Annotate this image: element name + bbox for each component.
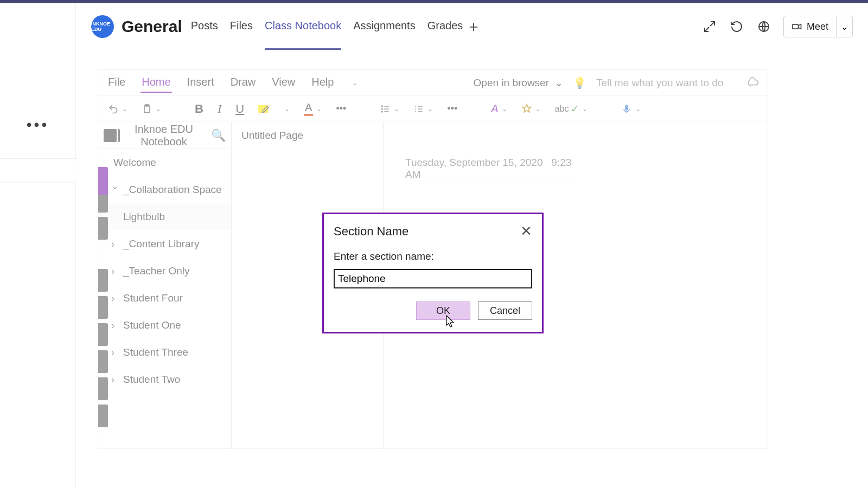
onenote-menubar: FileHomeInsertDrawViewHelp ⌄ Open in bro… [98,70,768,96]
section-item[interactable]: ›_Content Library [98,230,231,258]
section-item[interactable]: ›Student Four [98,285,231,312]
add-tab-button[interactable]: ＋ [466,19,481,34]
section-tab[interactable] [98,296,108,319]
notebook-icon[interactable] [104,129,117,142]
styles-button[interactable]: A⌄ [489,100,509,118]
bold-button[interactable]: B [193,100,206,118]
section-item[interactable]: Welcome [98,149,231,176]
section-tab[interactable] [98,217,108,240]
expand-icon [703,20,716,33]
chevron-down-icon: ⌄ [582,105,588,113]
section-tab[interactable] [98,350,108,373]
dictate-button[interactable]: ⌄ [619,100,643,118]
chevron-down-icon: ⌄ [554,76,563,89]
section-color-tabs [98,208,109,432]
section-label: Welcome [113,157,156,169]
tab-files[interactable]: Files [230,3,253,50]
close-icon: ✕ [520,223,532,239]
more-apps-button[interactable]: ••• [0,116,75,133]
font-color-glyph: A [304,101,313,116]
section-item[interactable]: ›Student One [98,312,231,339]
styles-glyph: A [491,102,498,115]
section-panel: Inknoe EDU Notebook 🔍 Welcome›_Collabora… [98,122,232,448]
paragraph-more-button[interactable]: ••• [445,100,459,118]
chevron-down-icon: ⌄ [122,105,127,113]
section-name-input[interactable] [334,269,532,288]
highlight-button[interactable]: ⌄ [256,100,292,118]
more-menu-button[interactable]: ⌄ [349,74,360,92]
dialog-title: Section Name [334,224,409,239]
onenote-menu-insert[interactable]: Insert [186,73,215,93]
bulleted-list-button[interactable]: ⌄ [378,100,401,118]
paste-button[interactable]: ⌄ [139,100,163,118]
channel-tabs: PostsFilesClass NotebookAssignmentsGrade… [191,3,463,50]
numbered-list-button[interactable]: ⌄ [411,100,435,118]
dialog-prompt: Enter a section name: [334,251,532,262]
section-tab[interactable] [98,323,108,346]
section-item[interactable]: ›Student Three [98,339,231,366]
tab-posts[interactable]: Posts [191,3,218,50]
section-tab[interactable] [98,269,108,292]
chevron-down-icon: ⌄ [284,105,290,113]
tell-me-search[interactable]: Tell me what you want to do [596,77,737,89]
chevron-down-icon: ⌄ [156,105,161,113]
onenote-menu-draw[interactable]: Draw [229,73,257,93]
dialog-close-button[interactable]: ✕ [520,223,532,240]
section-item[interactable]: ›Student Two [98,366,231,393]
refresh-icon [730,20,743,33]
onenote-menu-home[interactable]: Home [141,73,171,93]
search-button[interactable]: 🔍 [211,129,226,143]
italic-button[interactable]: I [215,100,224,118]
underline-button[interactable]: U [233,100,246,118]
section-tab[interactable] [98,404,108,427]
onenote-menu-help[interactable]: Help [310,73,335,93]
section-item[interactable]: ›_Collaboration Space [98,176,231,203]
globe-icon [757,20,770,33]
chevron-down-icon: ⌄ [841,22,848,32]
ok-button[interactable]: OK [416,301,470,320]
website-button[interactable] [756,19,771,34]
chevron-down-icon: ⌄ [502,105,507,113]
selected-team-indicator[interactable] [0,158,76,182]
font-more-button[interactable]: ••• [334,100,348,118]
expand-button[interactable] [702,19,717,34]
page-timestamp: Tuesday, September 15, 2020 9:23 AM [405,155,579,183]
spellcheck-glyph: abc [555,104,569,114]
chevron-down-icon: ⌄ [394,105,399,113]
chevron-down-icon: ⌄ [427,105,433,113]
sync-status-icon[interactable] [747,77,759,89]
section-item[interactable]: ›_Teacher Only [98,258,231,285]
chevron-icon: › [111,239,119,250]
svg-rect-1 [793,24,799,29]
undo-button[interactable]: ⌄ [106,100,130,118]
open-in-browser-button[interactable]: Open in browser ⌄ [474,76,563,89]
onenote-menu-file[interactable]: File [107,73,126,93]
chevron-icon: › [111,266,119,277]
tags-button[interactable]: ⌄ [519,100,543,118]
section-label: Lightbulb [123,211,165,223]
cancel-button[interactable]: Cancel [478,301,532,320]
team-avatar[interactable]: INKNOE EDU [91,15,114,38]
chevron-icon: › [110,186,121,194]
ellipsis-icon: ••• [27,116,49,133]
tab-assignments[interactable]: Assignments [353,3,416,50]
refresh-button[interactable] [729,19,744,34]
tab-class notebook[interactable]: Class Notebook [265,3,341,50]
video-icon [792,21,802,32]
tab-grades[interactable]: Grades [427,3,463,50]
notebook-title[interactable]: Inknoe EDU Notebook [122,123,206,148]
section-tab-active[interactable] [98,167,108,195]
section-tab[interactable] [98,377,108,400]
section-label: Student Two [123,374,180,386]
meet-dropdown-button[interactable]: ⌄ [836,16,852,37]
meet-label: Meet [807,21,828,33]
spellcheck-button[interactable]: abc✓⌄ [553,100,590,118]
section-item[interactable]: Lightbulb [98,203,231,230]
page-item[interactable]: Untitled Page [232,122,383,149]
onenote-menu-view[interactable]: View [271,73,296,93]
section-label: _Teacher Only [123,265,190,277]
ellipsis-icon: ••• [336,103,346,114]
font-color-button[interactable]: A⌄ [302,100,324,118]
svg-point-6 [382,111,383,112]
meet-button[interactable]: Meet [784,21,836,33]
